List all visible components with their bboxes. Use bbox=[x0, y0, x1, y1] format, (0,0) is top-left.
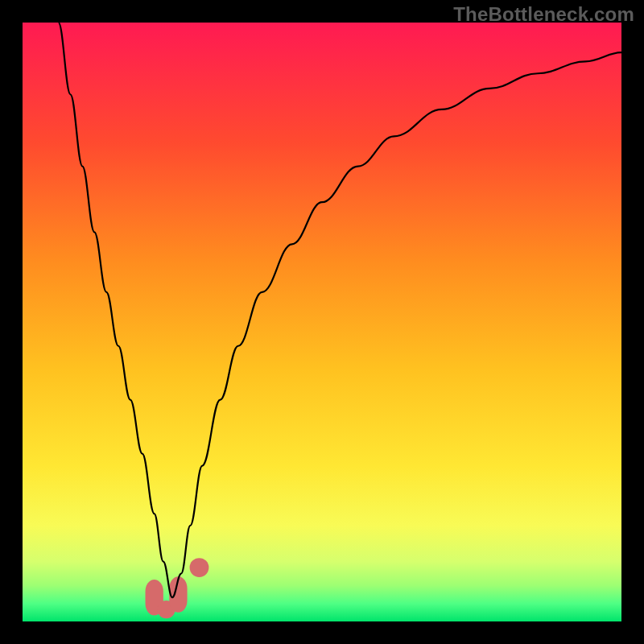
outer-frame: TheBottleneck.com bbox=[0, 0, 644, 644]
watermark-text: TheBottleneck.com bbox=[453, 3, 634, 26]
chart-svg bbox=[23, 23, 621, 621]
plot-area bbox=[23, 23, 621, 621]
marker-right-dot bbox=[190, 558, 209, 577]
